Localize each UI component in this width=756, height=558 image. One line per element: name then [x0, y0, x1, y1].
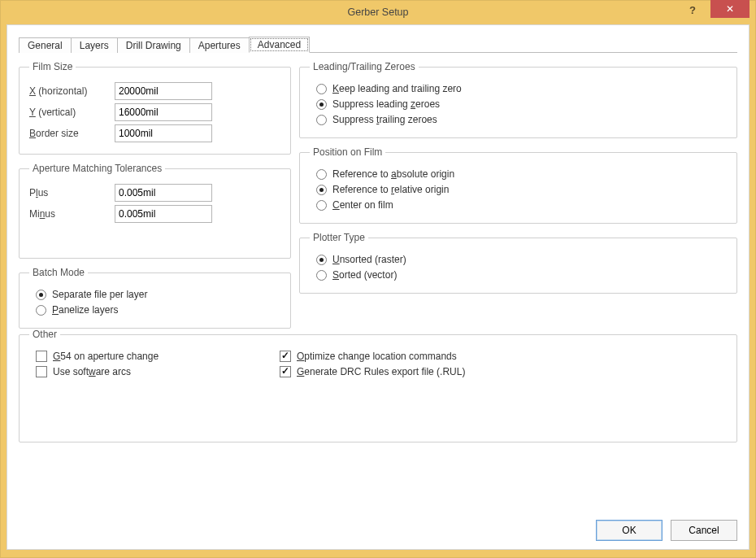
cancel-button[interactable]: Cancel — [671, 520, 737, 541]
ok-button[interactable]: OK — [596, 520, 663, 541]
button-bar: OK Cancel — [19, 512, 737, 541]
group-film-size: Film Size X (horizontal) Y (vertical) Bo… — [19, 61, 291, 155]
other-drc-checkbox[interactable] — [280, 366, 291, 377]
film-y-input[interactable] — [115, 103, 212, 121]
batch-separate-radio[interactable] — [36, 290, 46, 300]
left-column: Film Size X (horizontal) Y (vertical) Bo… — [19, 61, 291, 329]
group-batch-mode: Batch Mode Separate file per layer Panel… — [19, 267, 291, 329]
other-arcs-checkbox[interactable] — [36, 366, 47, 377]
pos-center-option[interactable]: Center on film — [316, 199, 727, 211]
plotter-unsorted-radio[interactable] — [316, 255, 327, 265]
other-arcs-label: Use software arcs — [53, 366, 131, 377]
film-y-label: Y (vertical) — [29, 107, 115, 118]
other-arcs-option[interactable]: Use software arcs — [36, 366, 273, 377]
zero-keep-option[interactable]: Keep leading and trailing zero — [316, 83, 727, 94]
tab-apertures[interactable]: Apertures — [189, 37, 250, 53]
zero-sup-lead-option[interactable]: Suppress leading zeroes — [316, 98, 727, 110]
batch-separate-label: Separate file per layer — [52, 289, 147, 300]
content-columns: Film Size X (horizontal) Y (vertical) Bo… — [19, 61, 737, 329]
group-zeroes: Leading/Trailing Zeroes Keep leading and… — [299, 61, 737, 138]
tol-plus-input[interactable] — [115, 184, 212, 202]
film-x-label: X (horizontal) — [29, 85, 115, 97]
zero-sup-trail-option[interactable]: Suppress trailing zeroes — [316, 114, 727, 125]
tol-minus-input[interactable] — [115, 205, 212, 223]
tab-layers[interactable]: Layers — [71, 37, 118, 53]
other-drc-option[interactable]: Generate DRC Rules export file (.RUL) — [280, 366, 727, 377]
group-position: Position on Film Reference to absolute o… — [299, 146, 737, 224]
other-optimize-label: Optimize change location commands — [297, 351, 457, 362]
titlebar-controls: ? ✕ — [675, 0, 749, 20]
pos-center-radio[interactable] — [316, 200, 327, 211]
group-batch-legend: Batch Mode — [29, 267, 88, 278]
zero-sup-trail-label: Suppress trailing zeroes — [332, 114, 437, 125]
pos-relative-radio[interactable] — [316, 185, 327, 195]
batch-panelize-radio[interactable] — [36, 305, 46, 316]
group-tolerances-legend: Aperture Matching Tolerances — [29, 163, 165, 174]
other-g54-label: G54 on aperture change — [53, 351, 159, 362]
group-plotter: Plotter Type Unsorted (raster) Sorted (v… — [299, 232, 737, 294]
pos-absolute-option[interactable]: Reference to absolute origin — [316, 168, 727, 180]
tol-minus-label: Minus — [29, 208, 115, 220]
tabstrip: General Layers Drill Drawing Apertures A… — [19, 35, 737, 53]
zero-keep-label: Keep leading and trailing zero — [332, 83, 462, 94]
group-tolerances: Aperture Matching Tolerances Plus Minus — [19, 163, 291, 259]
film-x-input[interactable] — [115, 82, 212, 100]
dialog-client: General Layers Drill Drawing Apertures A… — [7, 24, 749, 550]
titlebar: Gerber Setup ? ✕ — [7, 0, 749, 24]
batch-panelize-label: Panelize layers — [52, 304, 118, 316]
group-film-size-legend: Film Size — [29, 61, 76, 72]
close-button[interactable]: ✕ — [710, 0, 749, 18]
zero-sup-trail-radio[interactable] — [316, 115, 327, 125]
other-g54-option[interactable]: G54 on aperture change — [36, 351, 273, 362]
zero-keep-radio[interactable] — [316, 84, 327, 94]
plotter-unsorted-option[interactable]: Unsorted (raster) — [316, 254, 727, 265]
pos-absolute-label: Reference to absolute origin — [332, 168, 454, 180]
tol-plus-label: Plus — [29, 187, 115, 198]
batch-panelize-option[interactable]: Panelize layers — [36, 304, 280, 316]
pos-center-label: Center on film — [332, 199, 393, 211]
tab-general[interactable]: General — [19, 37, 72, 53]
window-title: Gerber Setup — [347, 7, 408, 18]
plotter-sorted-radio[interactable] — [316, 270, 327, 281]
batch-separate-option[interactable]: Separate file per layer — [36, 289, 280, 300]
group-position-legend: Position on Film — [310, 146, 385, 158]
tab-advanced[interactable]: Advanced — [249, 37, 310, 53]
plotter-sorted-label: Sorted (vector) — [332, 269, 397, 281]
help-button[interactable]: ? — [675, 0, 710, 20]
zero-sup-lead-radio[interactable] — [316, 99, 327, 110]
film-border-input[interactable] — [115, 124, 212, 142]
film-border-label: Border size — [29, 128, 115, 139]
group-other: Other G54 on aperture change Use softwar… — [19, 329, 737, 442]
other-optimize-checkbox[interactable] — [280, 351, 291, 362]
plotter-sorted-option[interactable]: Sorted (vector) — [316, 269, 727, 281]
pos-relative-label: Reference to relative origin — [332, 184, 449, 195]
plotter-unsorted-label: Unsorted (raster) — [332, 254, 406, 265]
group-plotter-legend: Plotter Type — [310, 232, 368, 243]
group-other-legend: Other — [29, 329, 60, 340]
other-optimize-option[interactable]: Optimize change location commands — [280, 351, 727, 362]
right-column: Leading/Trailing Zeroes Keep leading and… — [299, 61, 737, 329]
pos-relative-option[interactable]: Reference to relative origin — [316, 184, 727, 195]
window-frame: Gerber Setup ? ✕ General Layers Drill Dr… — [0, 0, 756, 558]
other-drc-label: Generate DRC Rules export file (.RUL) — [297, 366, 465, 377]
pos-absolute-radio[interactable] — [316, 169, 327, 180]
tab-drill-drawing[interactable]: Drill Drawing — [117, 37, 190, 53]
zero-sup-lead-label: Suppress leading zeroes — [332, 98, 440, 110]
group-zeroes-legend: Leading/Trailing Zeroes — [310, 61, 419, 72]
other-g54-checkbox[interactable] — [36, 351, 47, 362]
